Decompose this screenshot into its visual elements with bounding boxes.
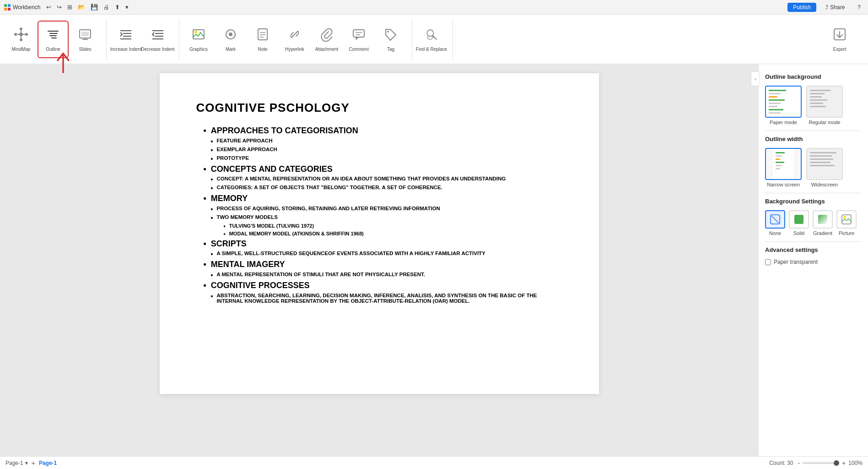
bg-none-option[interactable]: None xyxy=(765,210,785,236)
document-title: COGNITIVE PSCHOLOGY xyxy=(196,101,562,115)
slides-icon xyxy=(78,27,92,44)
svg-rect-15 xyxy=(49,35,57,36)
paper-mode-option[interactable]: Paper mode xyxy=(765,86,802,125)
advanced-settings-title: Advanced settings xyxy=(765,246,862,253)
note-icon xyxy=(255,27,270,44)
svg-rect-2 xyxy=(4,8,7,11)
new-tab-button[interactable]: ⊞ xyxy=(65,3,75,11)
collapse-panel-button[interactable]: › xyxy=(751,71,760,86)
indent-group: Increase Indent Decrease Indent xyxy=(110,19,179,60)
memory-items: PROCESS OF AQUIRING, STORING, RETAINING … xyxy=(196,206,562,222)
tag-button[interactable]: Tag xyxy=(375,21,406,58)
narrow-screen-option[interactable]: Narrow screen xyxy=(765,148,802,187)
help-button[interactable]: ? xyxy=(854,3,864,11)
list-item: TWO MEMORY MODELS xyxy=(211,214,562,222)
svg-rect-18 xyxy=(81,32,89,36)
section-memory: MEMORY xyxy=(196,194,562,204)
open-button[interactable]: 📂 xyxy=(75,3,87,11)
publish-button[interactable]: Publish xyxy=(787,3,816,12)
comment-label: Comment xyxy=(349,47,368,52)
note-button[interactable]: Note xyxy=(247,21,278,58)
zoom-thumb[interactable] xyxy=(834,460,839,466)
toolbar: MindMap Outline xyxy=(0,15,868,64)
document: COGNITIVE PSCHOLOGY APPROACHES TO CATEGO… xyxy=(160,73,599,394)
widescreen-option[interactable]: Widescreen xyxy=(806,148,843,187)
comment-button[interactable]: Comment xyxy=(343,21,374,58)
find-replace-button[interactable]: Find & Replace xyxy=(416,21,447,58)
content-area[interactable]: COGNITIVE PSCHOLOGY APPROACHES TO CATEGO… xyxy=(0,64,758,456)
paper-transparent-checkbox[interactable] xyxy=(765,259,771,265)
decrease-indent-button[interactable]: Decrease Indent xyxy=(142,21,173,58)
outline-icon xyxy=(46,27,60,44)
bg-solid-option[interactable]: Solid xyxy=(789,210,809,236)
list-item: TULVING'S MODEL (TULVING 1972) xyxy=(224,223,562,229)
outline-background-title: Outline background xyxy=(765,73,862,80)
list-item: PROTOTYPE xyxy=(211,155,562,163)
mark-button[interactable]: Mark xyxy=(215,21,246,58)
approaches-items: FEATURE APPROACH EXEMPLAR APPROACH PROTO… xyxy=(196,138,562,163)
find-replace-label: Find & Replace xyxy=(416,47,447,52)
bg-gradient-label: Gradient xyxy=(813,230,832,236)
section-cognitive-processes: COGNITIVE PROCESSES xyxy=(196,281,562,291)
arrow-indicator xyxy=(49,49,77,79)
print-button[interactable]: 🖨 xyxy=(101,3,112,11)
zoom-in-button[interactable]: + xyxy=(841,459,846,467)
paper-transparent-label: Paper transparent xyxy=(774,259,818,265)
memory-sub-items: TULVING'S MODEL (TULVING 1972) MODAL MEM… xyxy=(196,223,562,237)
graphics-button[interactable]: Graphics xyxy=(183,21,214,58)
export-icon-button[interactable]: ⬆ xyxy=(113,3,122,11)
mark-label: Mark xyxy=(226,47,236,52)
svg-point-4 xyxy=(19,33,23,36)
export-button[interactable]: Export xyxy=(824,21,855,58)
share-button[interactable]: ⤴ Share xyxy=(822,3,848,11)
attachment-button[interactable]: Attachment xyxy=(311,21,342,58)
right-panel: Outline background xyxy=(758,64,868,456)
add-page-button[interactable]: + xyxy=(32,459,35,467)
more-button[interactable]: ▾ xyxy=(123,3,131,11)
heading-cognitive-processes: COGNITIVE PROCESSES xyxy=(196,281,562,291)
svg-rect-16 xyxy=(51,38,57,38)
titlebar-left: Workbench ↩ ↪ ⊞ 📂 💾 🖨 ⬆ ▾ xyxy=(4,3,131,11)
regular-mode-thumb xyxy=(806,86,843,118)
list-item: CATEGORIES: A SET OF OBJECTS THAT "BELON… xyxy=(211,185,562,192)
svg-rect-3 xyxy=(8,8,11,11)
svg-rect-0 xyxy=(4,4,7,7)
svg-point-32 xyxy=(229,33,232,36)
list-item: CONCEPT: A MENTAL REPRESENTATION OR AN I… xyxy=(211,176,562,183)
increase-indent-button[interactable]: Increase Indent xyxy=(110,21,141,58)
bg-gradient-option[interactable]: Gradient xyxy=(813,210,833,236)
bg-none-icon-box xyxy=(765,210,785,229)
hyperlink-button[interactable]: Hyperlink xyxy=(279,21,310,58)
heading-memory: MEMORY xyxy=(196,194,562,204)
bg-solid-label: Solid xyxy=(793,230,804,236)
regular-mode-option[interactable]: Regular mode xyxy=(806,86,843,125)
svg-point-12 xyxy=(25,33,28,36)
decrease-indent-label: Decrease Indent xyxy=(141,47,174,52)
statusbar-left: Page-1 ▾ + Page-1 xyxy=(5,459,57,467)
export-label: Export xyxy=(833,47,846,52)
widescreen-thumb xyxy=(806,148,843,180)
active-page-label: Page-1 xyxy=(39,460,57,466)
decrease-indent-icon xyxy=(151,27,165,44)
paper-mode-label: Paper mode xyxy=(770,120,797,125)
redo-button[interactable]: ↪ xyxy=(54,3,64,11)
count-label: Count: 30 xyxy=(769,460,793,466)
bg-picture-option[interactable]: Picture xyxy=(836,210,857,236)
statusbar-right: Count: 30 - + 100% xyxy=(769,459,863,467)
svg-rect-33 xyxy=(258,29,267,40)
page-select[interactable]: Page-1 ▾ xyxy=(5,460,28,466)
save-button[interactable]: 💾 xyxy=(88,3,100,11)
concepts-items: CONCEPT: A MENTAL REPRESENTATION OR AN I… xyxy=(196,176,562,192)
section-scripts: SCRIPTS xyxy=(196,239,562,249)
share-icon: ⤴ xyxy=(825,4,828,11)
attachment-icon xyxy=(319,27,334,44)
mental-imagery-items: A MENTAL REPRESENTATION OF STIMULI THAT … xyxy=(196,272,562,279)
zoom-out-button[interactable]: - xyxy=(797,459,801,467)
mindmap-button[interactable]: MindMap xyxy=(5,21,37,58)
svg-rect-50 xyxy=(842,215,851,224)
background-settings-title: Background Settings xyxy=(765,198,862,205)
svg-rect-49 xyxy=(818,215,827,224)
zoom-slider[interactable] xyxy=(803,462,839,464)
graphics-label: Graphics xyxy=(189,47,208,52)
undo-button[interactable]: ↩ xyxy=(44,3,54,11)
